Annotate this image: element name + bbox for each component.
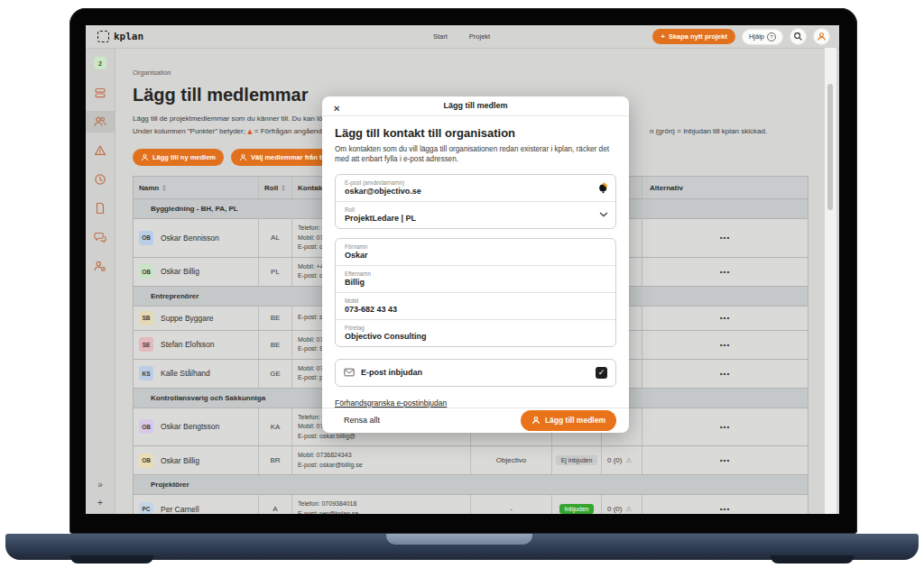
sort-icon[interactable]: [162, 185, 166, 191]
row-menu-button[interactable]: •••: [720, 505, 730, 513]
modal-title: Lägg till medlem: [443, 101, 507, 110]
mobile-field[interactable]: Mobil 073-682 43 43: [336, 292, 615, 319]
status-badge: Inbjuden: [559, 504, 595, 514]
user-icon: [531, 416, 541, 425]
avatar[interactable]: [813, 28, 830, 45]
warning-outline-icon: ⚠: [625, 456, 632, 464]
kplan-logo[interactable]: kplan: [86, 31, 143, 42]
add-member-submit-label: Lägg till medlem: [545, 416, 605, 425]
search-button[interactable]: [790, 28, 807, 45]
sidebar-item-document[interactable]: [86, 197, 115, 219]
sidebar: 2 » +: [86, 49, 116, 514]
email-field-value: oskar@objectivo.se: [345, 187, 592, 197]
row-menu-button[interactable]: •••: [720, 268, 730, 276]
member-menu-cell: •••: [642, 408, 808, 446]
member-roll: A: [259, 495, 292, 514]
sidebar-item-clock[interactable]: [86, 169, 115, 190]
member-name-cell: OBOskar Bennisson: [134, 219, 259, 257]
sidebar-add-button[interactable]: +: [97, 497, 103, 508]
add-new-member-label: Lägg till ny medlem: [152, 153, 216, 161]
row-menu-button[interactable]: •••: [720, 456, 730, 464]
member-status-cell: Ej inbjuden: [552, 446, 602, 474]
description-fragment-tail: n (grön) = Inbjudan till kplan skickad.: [650, 126, 767, 137]
scrollbar-handle[interactable]: [827, 84, 833, 210]
member-name-cell: PCPer Carnell: [134, 495, 259, 514]
mobile-label: Mobil: [345, 298, 592, 305]
member-name: Oskar Billig: [161, 267, 199, 276]
email-invite-row: E-post inbjudan ✓: [335, 359, 616, 387]
question-icon: ?: [767, 32, 776, 41]
member-name-cell: SBSuppe Byggare: [134, 307, 259, 330]
last-name-field[interactable]: Efternamn Billig: [336, 265, 615, 292]
add-new-member-button[interactable]: Lägg till ny medlem: [133, 149, 224, 166]
company-field[interactable]: Företag Objectivo Consulting: [336, 319, 615, 346]
avatar: OB: [139, 264, 153, 279]
row-menu-button[interactable]: •••: [720, 314, 730, 322]
company-label: Företag: [345, 325, 592, 332]
create-project-button[interactable]: + Skapa nytt projekt: [652, 29, 735, 44]
laptop-foot: [771, 555, 854, 563]
contact-line: Mobil: +4: [298, 262, 324, 272]
member-company: -: [471, 495, 552, 514]
avatar: PC: [139, 502, 153, 515]
help-label: Hjälp: [749, 32, 764, 41]
column-header-label: Roll: [264, 184, 278, 192]
row-menu-button[interactable]: •••: [720, 341, 730, 349]
close-icon[interactable]: ✕: [333, 105, 340, 114]
group-label: Byggledning - BH, PA, PL: [151, 205, 238, 213]
group-label: Kontrollansvarig och Sakkunniga: [151, 394, 265, 402]
user-icon: [141, 153, 149, 161]
role-select[interactable]: Roll ProjektLedare | PL: [336, 201, 615, 228]
warning-outline-icon: ⚠: [625, 505, 632, 513]
clear-all-button[interactable]: Rensa allt: [335, 416, 380, 425]
clock-icon: [93, 172, 107, 187]
plus-icon: +: [661, 32, 664, 41]
nav-link-start[interactable]: Start: [433, 32, 448, 41]
email-field[interactable]: E-post (användarnamn) oskar@objectivo.se: [336, 175, 615, 201]
person-fieldset: Förnamn Oskar Efternamn Billig Mobil 073…: [335, 238, 616, 347]
row-menu-button[interactable]: •••: [720, 234, 730, 242]
column-header-namn[interactable]: Namn: [134, 177, 259, 198]
member-roll: BR: [259, 446, 292, 474]
sidebar-item-users[interactable]: [86, 111, 115, 133]
row-menu-button[interactable]: •••: [720, 423, 730, 431]
points-value: 0 (0): [607, 456, 622, 464]
add-member-submit-button[interactable]: Lägg till medlem: [521, 410, 616, 431]
group-label: Entreprenörer: [151, 292, 199, 300]
member-roll: BE: [259, 307, 292, 330]
app-screen: kplan Start Projekt + Skapa nytt projekt…: [86, 25, 839, 514]
users-icon: [93, 115, 107, 129]
add-member-modal: ✕ Lägg till medlem Lägg till kontakt til…: [322, 96, 629, 433]
modal-description: Om kontakten som du vill lägga till orga…: [335, 144, 616, 165]
kplan-logo-icon: [97, 31, 109, 42]
search-icon: [793, 32, 803, 41]
sidebar-count-badge: 2: [94, 57, 106, 69]
member-status-cell: Inbjuden: [552, 495, 602, 514]
member-name-cell: OBOskar Bengtsson: [134, 408, 259, 446]
sort-up-icon: [282, 185, 285, 188]
preview-invite-link[interactable]: Förhandsgranska e-postinbjudan: [335, 399, 447, 408]
sidebar-item-user-gear[interactable]: [86, 255, 115, 277]
create-project-label: Skapa nytt projekt: [669, 32, 727, 41]
first-name-field[interactable]: Förnamn Oskar: [336, 239, 615, 265]
scrollbar[interactable]: [825, 48, 836, 514]
contact-line: E-post: oskar@billig.se: [298, 461, 363, 471]
table-row: OBOskar BilligBRMobil: 0736824343E-post:…: [134, 446, 808, 475]
sort-icon[interactable]: [282, 185, 285, 191]
row-menu-button[interactable]: •••: [720, 370, 730, 378]
chat-icon: [93, 230, 107, 244]
sidebar-collapse-icon[interactable]: »: [97, 480, 103, 490]
sidebar-item-warning[interactable]: [86, 140, 115, 161]
member-contact-cell: Mobil: 0736824343E-post: oskar@billig.se: [292, 446, 471, 474]
nav-link-projekt[interactable]: Projekt: [469, 32, 490, 41]
contact-line: E-post: per@kplan.se: [298, 509, 358, 515]
modal-heading: Lägg till kontakt till organisation: [335, 126, 616, 140]
column-header-roll[interactable]: Roll: [259, 177, 292, 198]
sidebar-item-rows[interactable]: [86, 82, 115, 104]
column-header-alternativ[interactable]: Alternativ: [642, 177, 808, 198]
table-row: PCPer CarnellATelefon: 0709384018E-post:…: [134, 495, 808, 514]
sidebar-item-chat[interactable]: [86, 226, 115, 248]
member-menu-cell: •••: [642, 258, 808, 286]
email-invite-checkbox[interactable]: ✓: [596, 367, 607, 379]
help-button[interactable]: Hjälp ?: [742, 29, 783, 45]
